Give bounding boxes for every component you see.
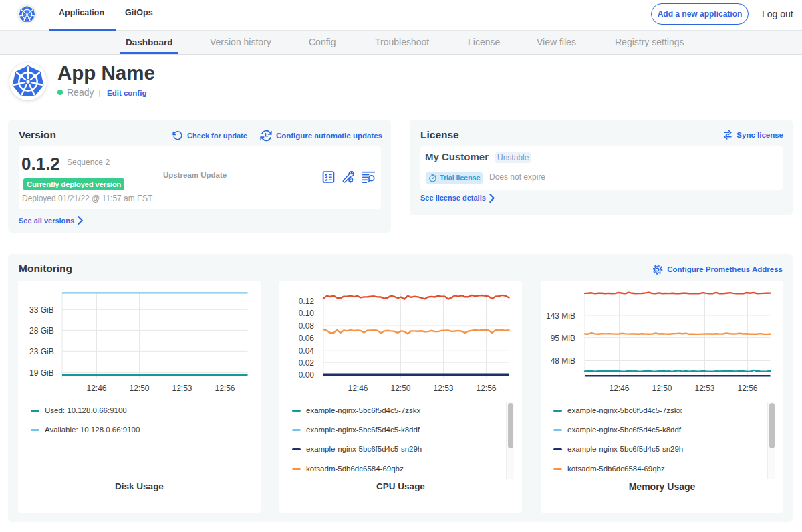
svg-text:12:46: 12:46 bbox=[609, 384, 629, 393]
svg-text:12:56: 12:56 bbox=[476, 384, 496, 393]
svg-text:12:50: 12:50 bbox=[129, 384, 149, 393]
svg-text:12:50: 12:50 bbox=[390, 384, 410, 393]
svg-text:0.12: 0.12 bbox=[299, 297, 315, 306]
svg-text:48 MiB: 48 MiB bbox=[551, 356, 575, 366]
svg-text:19 GiB: 19 GiB bbox=[29, 368, 54, 378]
svg-text:0.02: 0.02 bbox=[299, 358, 315, 368]
svg-text:12:53: 12:53 bbox=[694, 384, 714, 393]
svg-text:143 MiB: 143 MiB bbox=[546, 311, 575, 321]
svg-text:0.10: 0.10 bbox=[299, 309, 315, 318]
svg-text:0.08: 0.08 bbox=[299, 321, 315, 331]
svg-text:0.06: 0.06 bbox=[299, 334, 315, 343]
svg-text:12:56: 12:56 bbox=[737, 384, 757, 393]
svg-text:12:46: 12:46 bbox=[348, 384, 368, 393]
svg-text:33 GiB: 33 GiB bbox=[29, 305, 54, 315]
svg-text:0.00: 0.00 bbox=[299, 370, 315, 380]
svg-text:23 GiB: 23 GiB bbox=[29, 347, 54, 356]
svg-text:0.04: 0.04 bbox=[299, 346, 315, 356]
svg-text:28 GiB: 28 GiB bbox=[29, 326, 54, 336]
svg-text:12:50: 12:50 bbox=[652, 384, 672, 393]
svg-text:95 MiB: 95 MiB bbox=[551, 334, 575, 343]
svg-text:12:53: 12:53 bbox=[433, 384, 453, 393]
svg-text:12:46: 12:46 bbox=[86, 384, 106, 393]
svg-text:12:56: 12:56 bbox=[215, 384, 235, 393]
svg-text:12:53: 12:53 bbox=[172, 384, 192, 393]
